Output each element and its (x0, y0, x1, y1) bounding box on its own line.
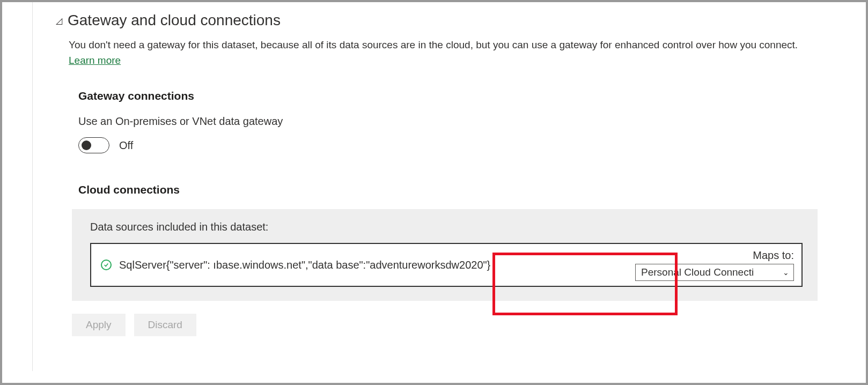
toggle-knob-icon (82, 140, 91, 150)
section-title: Gateway and cloud connections (68, 12, 281, 29)
learn-more-link[interactable]: Learn more (69, 55, 121, 66)
datasource-text: SqlServer{"server": ıbase.windows.net","… (119, 257, 490, 272)
gateway-toggle[interactable] (78, 137, 109, 153)
section-header: ◿ Gateway and cloud connections (56, 12, 818, 29)
dropdown-value: Personal Cloud Connecti (641, 266, 754, 278)
gateway-toggle-label: Use an On-premises or VNet data gateway (78, 115, 818, 128)
success-check-icon (101, 260, 112, 270)
gateway-toggle-row: Off (78, 137, 818, 153)
description-text: You don't need a gateway for this datase… (69, 39, 798, 50)
cloud-heading: Cloud connections (78, 183, 818, 196)
maps-to-dropdown[interactable]: Personal Cloud Connecti ⌄ (635, 264, 794, 281)
section-description: You don't need a gateway for this datase… (69, 38, 818, 68)
settings-panel: ◿ Gateway and cloud connections You don'… (0, 0, 868, 385)
datasource-info: SqlServer{"server": ıbase.windows.net","… (91, 244, 630, 286)
maps-to-cell: Maps to: Personal Cloud Connecti ⌄ (630, 244, 801, 286)
maps-to-label: Maps to: (753, 249, 794, 262)
collapse-caret-icon[interactable]: ◿ (56, 16, 65, 26)
left-divider (32, 2, 33, 371)
datasource-row: SqlServer{"server": ıbase.windows.net","… (90, 243, 803, 287)
discard-button[interactable]: Discard (134, 314, 196, 336)
footer-buttons: Apply Discard (72, 314, 818, 336)
chevron-down-icon: ⌄ (783, 268, 789, 277)
gateway-heading: Gateway connections (78, 90, 818, 102)
gateway-toggle-state: Off (119, 139, 133, 152)
datasources-label: Data sources included in this dataset: (90, 221, 803, 233)
apply-button[interactable]: Apply (72, 314, 126, 336)
cloud-panel: Data sources included in this dataset: S… (72, 209, 818, 301)
content-area: ◿ Gateway and cloud connections You don'… (2, 2, 866, 336)
